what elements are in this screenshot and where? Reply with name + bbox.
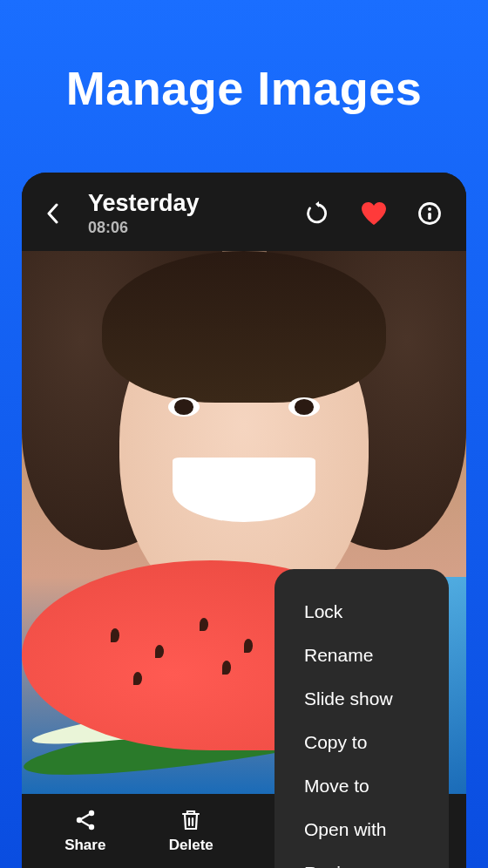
share-label: Share xyxy=(64,837,105,854)
image-time: 08:06 xyxy=(88,219,302,237)
page-title: Manage Images xyxy=(0,61,488,115)
top-bar-actions xyxy=(302,198,445,229)
menu-item-lock[interactable]: Lock xyxy=(274,590,449,634)
image-date-title: Yesterday xyxy=(88,190,302,217)
image-viewer-screen: Yesterday 08:06 xyxy=(22,173,466,868)
menu-item-copy-to[interactable]: Copy to xyxy=(274,721,449,764)
favorite-button[interactable] xyxy=(358,198,390,229)
info-circle-icon xyxy=(417,201,442,226)
svg-point-1 xyxy=(428,207,431,211)
image-title-block: Yesterday 08:06 xyxy=(88,190,302,237)
menu-item-move-to[interactable]: Move to xyxy=(274,764,449,808)
menu-item-open-with[interactable]: Open with xyxy=(274,808,449,851)
more-context-menu: Lock Rename Slide show Copy to Move to O… xyxy=(274,569,449,868)
menu-item-slideshow[interactable]: Slide show xyxy=(274,677,449,721)
delete-label: Delete xyxy=(169,837,214,854)
info-button[interactable] xyxy=(414,198,445,229)
rotate-icon xyxy=(305,200,331,227)
svg-rect-2 xyxy=(428,213,431,220)
back-button[interactable] xyxy=(37,198,69,229)
top-bar: Yesterday 08:06 xyxy=(22,173,466,251)
chevron-left-icon xyxy=(44,201,62,226)
rotate-button[interactable] xyxy=(302,198,334,229)
svg-point-5 xyxy=(89,824,94,830)
menu-item-rename[interactable]: Rename xyxy=(274,634,449,677)
share-icon xyxy=(74,809,97,831)
share-button[interactable]: Share xyxy=(32,809,139,854)
heart-icon xyxy=(360,200,388,227)
trash-icon xyxy=(180,809,201,831)
menu-item-resize[interactable]: Resize xyxy=(274,851,449,868)
delete-button[interactable]: Delete xyxy=(139,809,245,854)
svg-point-4 xyxy=(77,817,82,823)
svg-point-3 xyxy=(89,810,94,816)
